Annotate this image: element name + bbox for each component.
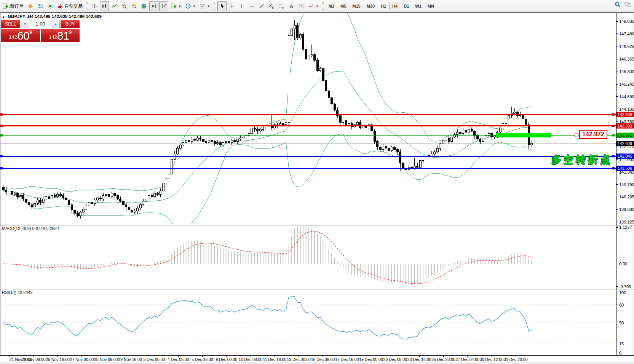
svg-text:23 Dec 16:00: 23 Dec 16:00 — [407, 357, 431, 362]
chart-canvas[interactable]: 148.035147.480146.925146.355145.800145.2… — [0, 0, 634, 364]
signal-button[interactable] — [46, 1, 55, 11]
vertical-line-button[interactable] — [237, 1, 246, 11]
svg-text:141.506: 141.506 — [618, 166, 632, 171]
text-button[interactable]: A — [287, 1, 296, 11]
cursor-button[interactable] — [217, 1, 227, 11]
svg-text:146.925: 146.925 — [619, 44, 634, 49]
macd-indicator-label: MACD(12,26,9) 0.0746 0.2524 — [2, 226, 59, 231]
rsi-value: 42.8442 — [18, 290, 33, 295]
period-button[interactable]: ▼ — [184, 1, 197, 11]
timeframe-m15[interactable]: M15 — [350, 2, 363, 10]
svg-text:0: 0 — [619, 351, 621, 355]
chat-icon[interactable] — [624, 1, 632, 9]
svg-text:13 Dec 00:00: 13 Dec 00:00 — [287, 357, 311, 362]
svg-text:139.125: 139.125 — [619, 220, 634, 224]
fibonacci-button[interactable]: F — [277, 1, 286, 11]
toolbar-grip — [214, 2, 215, 10]
trendline-icon — [259, 3, 265, 9]
one-click-trading-panel: SELL ▼ 1.00 ▲ BUY 142 60 9 142 81 9 — [1, 20, 80, 42]
svg-text:142.045: 142.045 — [618, 154, 632, 158]
svg-text:17 Dec 16:00: 17 Dec 16:00 — [335, 357, 359, 362]
market-watch-button[interactable] — [36, 1, 45, 11]
svg-text:145.245: 145.245 — [619, 82, 634, 86]
volume-increase-button[interactable]: ▲ — [52, 20, 59, 28]
svg-text:147.480: 147.480 — [619, 32, 634, 36]
bar-chart-button[interactable] — [90, 1, 99, 11]
timeframe-w1[interactable]: W1 — [412, 2, 424, 10]
svg-text:F: F — [282, 7, 284, 10]
new-order-icon — [3, 3, 9, 9]
svg-text:142.972: 142.972 — [618, 133, 632, 137]
turning-point-annotation[interactable]: 多空转折点 — [551, 153, 612, 166]
new-order-button[interactable]: 新订单 — [1, 1, 25, 11]
svg-text:E: E — [272, 6, 274, 9]
svg-text:100: 100 — [619, 291, 626, 295]
search-icon[interactable] — [614, 1, 621, 9]
candlestick-chart-icon — [101, 3, 107, 9]
buy-price-display[interactable]: 142 81 9 — [41, 29, 80, 42]
templates-button[interactable]: ▼ — [198, 1, 212, 11]
volume-stepper: ▼ 1.00 ▲ — [21, 20, 60, 28]
volume-decrease-button[interactable]: ▼ — [21, 20, 29, 28]
zoom-in-button[interactable] — [120, 1, 129, 11]
timeframe-m1[interactable]: M1 — [326, 2, 337, 10]
timeframes-group: M1M5M15M30H1H4D1W1MN — [325, 2, 438, 10]
svg-text:50: 50 — [619, 321, 624, 325]
crosshair-button[interactable] — [227, 1, 236, 11]
profiles-button[interactable] — [26, 1, 35, 11]
svg-text:15: 15 — [619, 342, 624, 346]
svg-text:10 Dec 08:00: 10 Dec 08:00 — [239, 357, 263, 362]
svg-text:-0.703: -0.703 — [619, 284, 631, 289]
text-label-icon: T — [298, 3, 304, 9]
bar-chart-icon — [91, 3, 97, 9]
arrows-button[interactable]: ▼ — [307, 1, 320, 11]
clock-icon — [185, 3, 191, 9]
timeframe-h1[interactable]: H1 — [378, 2, 389, 10]
crosshair-icon — [229, 3, 235, 9]
price-level-label[interactable]: 142.972 — [579, 130, 607, 139]
symbol-name: GBPJPY-,H4 — [8, 14, 34, 19]
macd-main-value: 0.0746 — [32, 226, 45, 231]
sell-button[interactable]: SELL — [1, 20, 20, 28]
timeframe-d1[interactable]: D1 — [401, 2, 412, 10]
svg-text:1.1277: 1.1277 — [619, 225, 632, 230]
auto-scroll-button[interactable] — [149, 1, 158, 11]
text-label-button[interactable]: T — [297, 1, 306, 11]
volume-value[interactable]: 1.00 — [29, 20, 52, 28]
svg-text:25 Dec 23:00: 25 Dec 23:00 — [431, 357, 455, 362]
buy-button[interactable]: BUY — [61, 20, 80, 28]
timeframe-m30[interactable]: M30 — [364, 2, 377, 10]
trendline-button[interactable] — [257, 1, 266, 11]
equidistant-channel-button[interactable]: E — [267, 1, 276, 11]
new-order-label: 新订单 — [10, 3, 24, 10]
rsi-indicator-label: RSI(14) 42.8442 — [2, 290, 33, 295]
line-chart-button[interactable] — [110, 1, 119, 11]
new-chart-icon — [171, 3, 177, 9]
timeframe-m5[interactable]: M5 — [338, 2, 349, 10]
sell-price-sup: 9 — [29, 30, 32, 35]
sell-price-base: 142 — [9, 33, 18, 42]
toolbar-grip — [86, 2, 88, 10]
timeframe-h4[interactable]: H4 — [390, 2, 400, 10]
svg-text:9 Dec 00:00: 9 Dec 00:00 — [216, 357, 237, 362]
svg-text:25 Nov 16:00: 25 Nov 16:00 — [46, 357, 70, 362]
chevron-down-icon: ▼ — [316, 5, 319, 8]
auto-trading-button[interactable]: 自动交易 — [56, 1, 84, 11]
signal-icon — [47, 3, 53, 9]
svg-text:16 Dec 08:00: 16 Dec 08:00 — [311, 357, 335, 362]
toolbar-right-group — [614, 1, 632, 9]
svg-text:28 Nov 08:00: 28 Nov 08:00 — [94, 357, 118, 362]
svg-text:30 Dec 12:00: 30 Dec 12:00 — [480, 357, 504, 362]
tile-windows-button[interactable] — [139, 1, 149, 11]
candlestick-chart-button[interactable] — [100, 1, 109, 11]
ohlc-values: 142.498 142.638 142.496 142.609 — [35, 14, 102, 19]
new-chart-button[interactable]: ▼ — [169, 1, 183, 11]
chart-shift-button[interactable] — [159, 1, 168, 11]
timeframe-mn[interactable]: MN — [425, 2, 437, 10]
sell-price-display[interactable]: 142 60 9 — [1, 29, 40, 42]
horizontal-line-icon — [249, 3, 255, 9]
chart-symbol-header: ▲ GBPJPY-,H4 142.498 142.638 142.496 142… — [2, 14, 102, 19]
fibonacci-icon: F — [278, 3, 284, 9]
horizontal-line-button[interactable] — [247, 1, 256, 11]
zoom-out-button[interactable] — [129, 1, 139, 11]
